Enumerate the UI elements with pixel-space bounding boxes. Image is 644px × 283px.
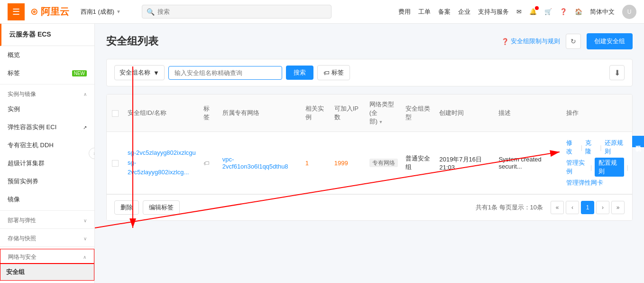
sidebar-item-eci[interactable]: 弹性容器实例 ECI ↗ [0, 118, 94, 136]
notification-dot [535, 6, 539, 10]
sidebar-item-ddh[interactable]: 专有宿主机 DDH [0, 136, 94, 154]
search-icon: 🔍 [147, 8, 155, 16]
global-search-input[interactable] [142, 5, 331, 19]
row-checkbox[interactable] [112, 160, 119, 167]
col-header-network: 所属专有网络 [219, 94, 302, 132]
action-row-3: 管理弹性网卡 [566, 179, 603, 187]
created-date: 2019年7月16日 21:03 [439, 156, 482, 171]
nav-item-enterprise[interactable]: 企业 [458, 8, 470, 16]
pagination-info: 共有1条 每页显示：10条 [476, 203, 543, 212]
action-modify[interactable]: 修改 [566, 139, 578, 156]
page-current-btn[interactable]: 1 [581, 201, 594, 214]
vpc-link[interactable]: vpc-2vcf61on3o6l1qq5dthu8 [222, 156, 288, 170]
col-header-created: 创建时间 [435, 94, 495, 132]
export-button[interactable]: ⬇ [609, 65, 625, 80]
select-all-checkbox[interactable] [112, 110, 119, 117]
col-header-id-name: 安全组ID/名称 [124, 94, 200, 132]
nav-item-bell[interactable]: 🔔 [529, 8, 537, 15]
page-first-btn[interactable]: « [551, 201, 564, 214]
sidebar-section-instances: 实例与镜像 ∧ [0, 86, 94, 100]
sidebar-item-instances[interactable]: 实例 [0, 100, 94, 118]
instance-count[interactable]: 1 [305, 160, 309, 167]
action-manage-eni[interactable]: 管理弹性网卡 [566, 179, 603, 187]
collapse-arrow-deploy: ∨ [83, 218, 87, 223]
sidebar-item-reserved[interactable]: 预留实例券 [0, 172, 94, 190]
search-input[interactable] [168, 66, 282, 80]
nav-item-fee[interactable]: 费用 [398, 8, 411, 16]
nav-item-cart[interactable]: 🛒 [544, 8, 552, 15]
hamburger-menu[interactable]: ☰ [8, 3, 25, 20]
region-selector[interactable]: 西南1 (成都) ▼ [81, 8, 121, 16]
batch-edit-tag-button[interactable]: 编辑标签 [143, 200, 180, 215]
page-last-btn[interactable]: » [611, 201, 625, 214]
help-link[interactable]: ❓ 安全组限制与规则 [501, 37, 560, 46]
security-group-name-link[interactable]: sg-2vc5zlayyg802ixzlcg... [128, 158, 196, 178]
row-instances: 1 [302, 132, 331, 194]
new-badge: NEW [72, 70, 87, 76]
action-row-1: 修改 | 克隆 | 还原规则 [566, 139, 628, 156]
refresh-button[interactable]: ↻ [566, 34, 581, 49]
row-check[interactable] [107, 132, 124, 194]
nav-right-items: 费用 工单 备案 企业 支持与服务 ✉ 🔔 🛒 ❓ 🏠 简体中文 U [398, 5, 636, 19]
network-type-label: 专有网络 [369, 159, 398, 167]
collapse-arrow-storage: ∨ [83, 236, 87, 241]
row-id-name: sg-2vc5zlayyg802ixzlcgu sg-2vc5zlayyg802… [124, 132, 200, 194]
page-header-actions: ❓ 安全组限制与规则 ↻ 创建安全组 [501, 33, 633, 49]
action-configure-rules[interactable]: 配置规则 [595, 158, 624, 177]
nav-item-mail[interactable]: ✉ [516, 8, 522, 15]
batch-delete-button[interactable]: 删除 [114, 200, 139, 215]
action-manage-instance[interactable]: 管理实例 [566, 159, 588, 176]
tag-add-icon[interactable]: 🏷 [203, 160, 209, 167]
nav-item-lang[interactable]: 简体中文 [590, 8, 615, 16]
action-restore[interactable]: 还原规则 [605, 139, 628, 156]
search-button[interactable]: 搜索 [286, 66, 313, 80]
region-arrow: ▼ [116, 9, 121, 14]
divider-4 [0, 246, 94, 247]
table-header-row: 安全组ID/名称 标签 所属专有网络 相关实例 可加入IP数 网络类型(全部) … [107, 94, 632, 132]
divider-3 [0, 228, 94, 229]
security-group-table: 安全组ID/名称 标签 所属专有网络 相关实例 可加入IP数 网络类型(全部) … [106, 94, 633, 221]
row-actions: 修改 | 克隆 | 还原规则 管理实例 | 配置规则 [562, 132, 632, 194]
divider-1 [0, 84, 94, 85]
contact-us-panel[interactable]: 联系我们 [632, 136, 644, 147]
page-header: 安全组列表 ❓ 安全组限制与规则 ↻ 创建安全组 [106, 33, 633, 49]
nav-item-home[interactable]: 🏠 [575, 8, 582, 15]
col-header-description: 描述 [495, 94, 562, 132]
logo: ⊙ 阿里云 [30, 5, 69, 18]
col-header-instances: 相关实例 [302, 94, 331, 132]
filter-arrow-icon: ▼ [153, 69, 159, 76]
main-content: 安全组列表 ❓ 安全组限制与规则 ↻ 创建安全组 安全组名称 ▼ 搜索 🏷 标签 [95, 24, 644, 283]
sidebar-item-hpc[interactable]: 超级计算集群 [0, 154, 94, 172]
sidebar-item-tags[interactable]: 标签 NEW [0, 64, 94, 82]
col-header-actions: 操作 [562, 94, 632, 132]
col-header-group-type: 安全组类型 [402, 94, 436, 132]
sidebar-header: 云服务器 ECS [0, 24, 94, 46]
page-next-btn[interactable]: › [596, 201, 609, 214]
ip-count[interactable]: 1999 [334, 160, 348, 167]
table-row: sg-2vc5zlayyg802ixzlcgu sg-2vc5zlayyg802… [107, 132, 632, 194]
filter-select[interactable]: 安全组名称 ▼ [114, 65, 165, 80]
sidebar-item-security-group[interactable]: 安全组 [0, 264, 94, 280]
col-header-network-type[interactable]: 网络类型(全部) [366, 94, 402, 132]
sidebar-item-images[interactable]: 镜像 [0, 190, 94, 208]
security-group-id-link[interactable]: sg-2vc5zlayyg802ixzlcgu [128, 148, 196, 158]
nav-search-area: 🔍 [142, 5, 331, 19]
row-ip-count: 1999 [331, 132, 366, 194]
create-security-group-button[interactable]: 创建安全组 [587, 33, 633, 49]
col-header-ip: 可加入IP数 [331, 94, 366, 132]
sidebar-item-eni[interactable]: 弹性网卡 [0, 281, 94, 283]
page-prev-btn[interactable]: ‹ [566, 201, 579, 214]
sidebar-item-overview[interactable]: 概览 [0, 46, 94, 64]
group-type-label: 普通安全组 [405, 155, 430, 170]
sidebar-section-network: 网络与安全 ∧ [0, 249, 94, 264]
user-avatar[interactable]: U [622, 5, 636, 19]
action-row-2: 管理实例 | 配置规则 | [566, 158, 628, 177]
action-clone[interactable]: 克隆 [585, 139, 597, 156]
nav-item-help[interactable]: ❓ [560, 8, 567, 15]
tag-button[interactable]: 🏷 标签 [317, 65, 350, 80]
nav-item-ticket[interactable]: 工单 [418, 8, 431, 16]
nav-item-record[interactable]: 备案 [438, 8, 451, 16]
col-header-check[interactable] [107, 94, 124, 132]
row-tags: 🏷 [200, 132, 219, 194]
nav-item-support[interactable]: 支持与服务 [478, 8, 509, 16]
